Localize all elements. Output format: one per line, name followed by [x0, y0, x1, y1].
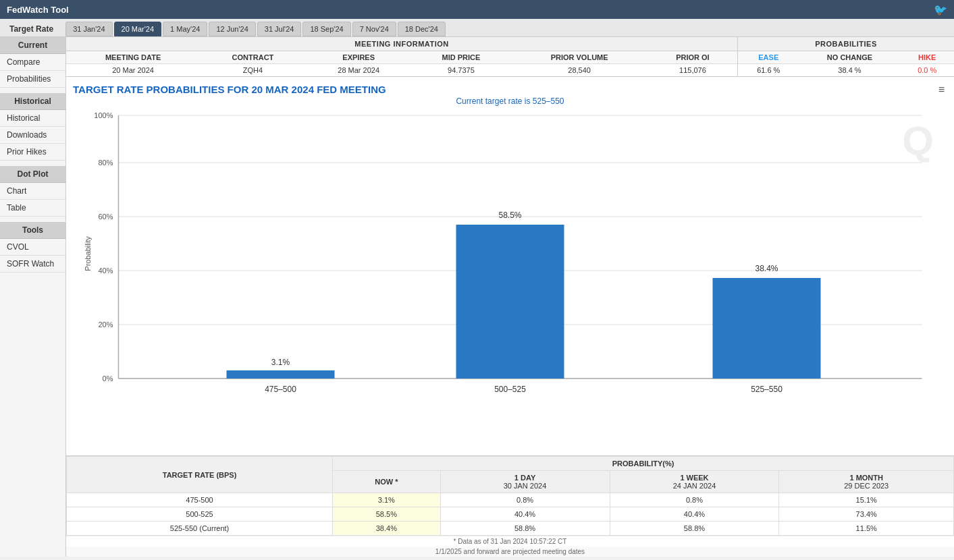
- 1month-475-500: 15.1%: [779, 493, 954, 507]
- tab-7nov24[interactable]: 7 Nov'24: [352, 22, 396, 36]
- col-expires: EXPIRES: [306, 51, 412, 64]
- now-500-525: 58.5%: [333, 507, 440, 522]
- svg-text:38.4%: 38.4%: [755, 264, 778, 273]
- no-change-value: 38.4 %: [799, 64, 901, 77]
- col-meeting-date: MEETING DATE: [66, 51, 200, 64]
- 1month-525-550: 11.5%: [779, 522, 954, 536]
- rate-475-500: 475-500: [67, 493, 333, 507]
- sidebar-item-probabilities[interactable]: Probabilities: [0, 71, 65, 88]
- sidebar-item-sofr-watch[interactable]: SOFR Watch: [0, 256, 65, 273]
- now-525-550: 38.4%: [333, 522, 440, 536]
- sidebar-item-chart[interactable]: Chart: [0, 183, 65, 200]
- tab-18sep24[interactable]: 18 Sep'24: [302, 22, 350, 36]
- sidebar-item-historical[interactable]: Historical: [0, 110, 65, 127]
- tab-31jan24[interactable]: 31 Jan'24: [65, 22, 112, 36]
- probabilities-header: PROBABILITIES: [738, 37, 954, 51]
- svg-text:100%: 100%: [94, 111, 113, 119]
- hike-value: 0.0 %: [900, 64, 954, 77]
- probabilities-table: EASE NO CHANGE HIKE 61.6 % 38.4 % 0.0 %: [738, 51, 954, 76]
- info-section: MEETING INFORMATION MEETING DATE CONTRAC…: [66, 37, 954, 77]
- bar-525-550[interactable]: [713, 278, 821, 379]
- col-hike: HIKE: [900, 51, 954, 64]
- chart-title: TARGET RATE PROBABILITIES FOR 20 MAR 202…: [73, 84, 947, 95]
- tab-20mar24[interactable]: 20 Mar'24: [114, 22, 162, 36]
- mid-price-value: 94.7375: [412, 64, 511, 77]
- sidebar-section-dot-plot[interactable]: Dot Plot: [0, 166, 65, 183]
- tabs-row: Target Rate 31 Jan'24 20 Mar'24 1 May'24…: [0, 19, 954, 37]
- bar-chart: Probability 0% 20% 40% 60% 80% 100%: [73, 109, 947, 405]
- meeting-info-block: MEETING INFORMATION MEETING DATE CONTRAC…: [66, 37, 738, 76]
- svg-text:3.1%: 3.1%: [271, 358, 290, 367]
- col-1month: 1 MONTH 29 DEC 2023: [779, 471, 954, 493]
- tab-31jul24[interactable]: 31 Jul'24: [257, 22, 302, 36]
- col-now: NOW *: [333, 471, 440, 493]
- bar-475-500[interactable]: [227, 370, 335, 379]
- col-mid-price: MID PRICE: [412, 51, 511, 64]
- table-row: 475-500 3.1% 0.8% 0.8% 15.1%: [67, 493, 954, 507]
- sidebar-section-tools[interactable]: Tools: [0, 222, 65, 239]
- now-475-500: 3.1%: [333, 493, 440, 507]
- col-prior-volume: PRIOR VOLUME: [510, 51, 648, 64]
- table-footnote2: 1/1/2025 and forward are projected meeti…: [66, 547, 954, 557]
- col-contract: CONTRACT: [200, 51, 306, 64]
- contract-value: ZQH4: [200, 64, 306, 77]
- table-row: 525-550 (Current) 38.4% 58.8% 58.8% 11.5…: [67, 522, 954, 536]
- svg-text:0%: 0%: [103, 374, 113, 383]
- topbar: FedWatch Tool 🐦: [0, 0, 954, 19]
- main-layout: Current Compare Probabilities Historical…: [0, 37, 954, 557]
- chart-section: TARGET RATE PROBABILITIES FOR 20 MAR 202…: [66, 77, 954, 455]
- rate-500-525: 500-525: [67, 507, 333, 522]
- prior-oi-value: 115,076: [648, 64, 737, 77]
- rate-525-550: 525-550 (Current): [67, 522, 333, 536]
- 1day-475-500: 0.8%: [440, 493, 610, 507]
- col-ease: EASE: [738, 51, 799, 64]
- col-prior-oi: PRIOR OI: [648, 51, 737, 64]
- 1day-500-525: 40.4%: [440, 507, 610, 522]
- 1month-500-525: 73.4%: [779, 507, 954, 522]
- svg-text:Probability: Probability: [84, 236, 92, 271]
- 1day-525-550: 58.8%: [440, 522, 610, 536]
- svg-text:40%: 40%: [98, 267, 113, 275]
- sidebar-item-compare[interactable]: Compare: [0, 54, 65, 71]
- table-row: 500-525 58.5% 40.4% 40.4% 73.4%: [67, 507, 954, 522]
- content-area: MEETING INFORMATION MEETING DATE CONTRAC…: [66, 37, 954, 557]
- 1week-475-500: 0.8%: [610, 493, 779, 507]
- expires-value: 28 Mar 2024: [306, 64, 412, 77]
- sidebar-item-cvol[interactable]: CVOL: [0, 239, 65, 256]
- probabilities-block: PROBABILITIES EASE NO CHANGE HIKE 61.6 %…: [738, 37, 954, 76]
- target-rate-label: Target Rate: [3, 22, 60, 36]
- svg-text:525–550: 525–550: [751, 385, 783, 394]
- 1week-525-550: 58.8%: [610, 522, 779, 536]
- tab-18dec24[interactable]: 18 Dec'24: [398, 22, 446, 36]
- sidebar-section-current[interactable]: Current: [0, 37, 65, 54]
- ease-value: 61.6 %: [738, 64, 799, 77]
- tab-1may24[interactable]: 1 May'24: [163, 22, 207, 36]
- svg-text:500–525: 500–525: [494, 385, 526, 394]
- app-title: FedWatch Tool: [7, 5, 69, 15]
- twitter-icon: 🐦: [934, 3, 947, 16]
- sidebar-item-downloads[interactable]: Downloads: [0, 127, 65, 144]
- bar-500-525[interactable]: [456, 225, 564, 379]
- prior-volume-value: 28,540: [510, 64, 648, 77]
- chart-subtitle: Current target rate is 525–550: [73, 96, 947, 106]
- sidebar-item-prior-hikes[interactable]: Prior Hikes: [0, 144, 65, 161]
- tab-12jun24[interactable]: 12 Jun'24: [209, 22, 255, 36]
- sidebar-item-table[interactable]: Table: [0, 200, 65, 217]
- col-1day: 1 DAY 30 JAN 2024: [440, 471, 610, 493]
- svg-text:20%: 20%: [98, 320, 113, 329]
- meeting-info-table: MEETING DATE CONTRACT EXPIRES MID PRICE …: [66, 51, 737, 76]
- meeting-info-row: 20 Mar 2024 ZQH4 28 Mar 2024 94.7375 28,…: [66, 64, 737, 77]
- svg-text:80%: 80%: [98, 159, 113, 167]
- probabilities-row: 61.6 % 38.4 % 0.0 %: [738, 64, 954, 77]
- svg-text:60%: 60%: [98, 213, 113, 221]
- meeting-info-header: MEETING INFORMATION: [66, 37, 737, 51]
- svg-text:58.5%: 58.5%: [498, 211, 521, 220]
- sidebar: Current Compare Probabilities Historical…: [0, 37, 66, 557]
- col-no-change: NO CHANGE: [799, 51, 901, 64]
- sidebar-section-historical[interactable]: Historical: [0, 93, 65, 110]
- svg-text:Target Rate (in bps): Target Rate (in bps): [475, 398, 546, 399]
- 1week-500-525: 40.4%: [610, 507, 779, 522]
- menu-icon[interactable]: ≡: [938, 84, 945, 96]
- bottom-table-section: TARGET RATE (BPS) PROBABILITY(%) NOW * 1…: [66, 455, 954, 557]
- svg-text:475–500: 475–500: [265, 385, 296, 394]
